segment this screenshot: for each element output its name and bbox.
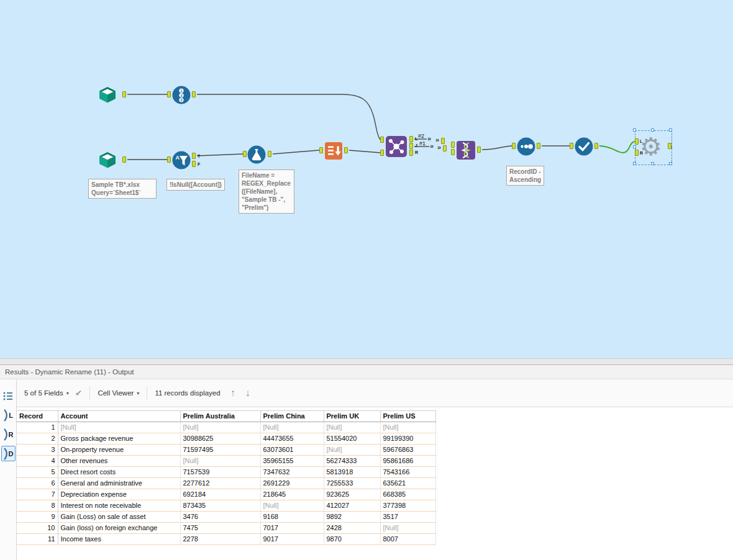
data-cell[interactable]: 9870 (324, 534, 380, 545)
macro-output-tool[interactable]: ⚙ (640, 133, 662, 160)
data-cell[interactable]: 9892 (324, 512, 380, 523)
scroll-down-button[interactable]: ↓ (245, 387, 250, 399)
recordid-input-anchor[interactable] (167, 91, 171, 97)
selection-handle[interactable] (651, 162, 654, 165)
join-left-output-anchor[interactable] (409, 136, 413, 142)
data-cell[interactable]: 668385 (380, 489, 435, 500)
data-cell[interactable]: [Null] (260, 500, 324, 512)
unique-input-anchor[interactable] (570, 143, 573, 149)
data-cell[interactable]: On-property revenue (58, 445, 180, 456)
anchor-button-right-input[interactable]: R (1, 427, 16, 442)
data-cell[interactable]: Depreciation expense (58, 489, 180, 500)
record-cell[interactable]: 3 (17, 445, 58, 456)
join-join-output-anchor[interactable] (409, 143, 413, 149)
data-cell[interactable]: 7017 (260, 523, 324, 534)
column-header[interactable]: Record (17, 411, 58, 422)
data-cell[interactable]: 218645 (260, 489, 324, 500)
column-header[interactable]: Prelim China (260, 411, 324, 422)
data-cell[interactable]: [Null] (380, 523, 435, 534)
join-tool[interactable] (385, 135, 407, 160)
scroll-up-button[interactable]: ↑ (230, 387, 235, 399)
record-cell[interactable]: 2 (17, 433, 58, 445)
wireless-input-anchor-2[interactable] (443, 145, 447, 151)
filter-input-anchor[interactable] (167, 156, 171, 163)
selection-handle[interactable] (633, 129, 636, 132)
selection-handle[interactable] (669, 162, 672, 165)
filter-false-anchor[interactable] (192, 161, 196, 167)
data-cell[interactable]: 635621 (380, 478, 435, 489)
formula-input-anchor[interactable] (243, 151, 247, 157)
data-cell[interactable]: Gain (loss) on foreign exchange (58, 523, 180, 534)
recordid-output-anchor[interactable] (192, 91, 196, 97)
data-cell[interactable]: 412027 (324, 500, 380, 512)
filter-true-anchor[interactable] (192, 153, 196, 159)
data-cell[interactable]: 923625 (324, 489, 380, 500)
connection-wire-5[interactable] (273, 150, 319, 154)
data-cell[interactable]: 7347632 (260, 467, 324, 478)
data-cell[interactable]: Income taxes (58, 534, 180, 545)
input-data-tool-1[interactable] (98, 85, 117, 107)
anchor-button-left-input[interactable]: L (1, 407, 16, 423)
data-cell[interactable]: 873435 (180, 500, 260, 512)
data-cell[interactable]: Other revenues (58, 456, 180, 467)
data-cell[interactable]: 63073601 (260, 445, 324, 456)
connection-wire-selected[interactable] (599, 142, 635, 153)
column-header[interactable]: Prelim UK (324, 411, 380, 422)
record-cell[interactable]: 8 (17, 500, 58, 512)
connection-wire-6[interactable] (349, 150, 380, 153)
data-cell[interactable]: 56274333 (324, 456, 380, 467)
data-cell[interactable]: 30988625 (180, 433, 260, 445)
column-header[interactable]: Prelim US (380, 411, 435, 422)
data-cell[interactable]: [Null] (260, 422, 324, 433)
selection-handle[interactable] (651, 129, 654, 132)
formula-annotation[interactable]: FileName = REGEX_Replace ([FileName], "S… (239, 169, 294, 214)
input-annotation[interactable]: Sample TB*.xlsx Query=`Sheet1$` (88, 179, 157, 199)
data-cell[interactable]: [Null] (180, 456, 260, 467)
data-cell[interactable]: 35965155 (260, 456, 324, 467)
input2-output-anchor[interactable] (122, 156, 126, 163)
record-id-tool[interactable]: 1 2 3 (172, 86, 191, 107)
wireless-input-anchor-1[interactable] (441, 138, 445, 144)
panel-splitter[interactable] (0, 358, 733, 364)
column-header[interactable]: Account (58, 411, 180, 422)
formula-output-anchor[interactable] (268, 151, 271, 157)
data-cell[interactable]: 2428 (324, 523, 380, 534)
data-cell[interactable]: 99199390 (380, 433, 435, 445)
record-cell[interactable]: 4 (17, 456, 58, 467)
unique-output-anchor[interactable] (594, 143, 598, 149)
connection-wire-4[interactable] (197, 154, 243, 156)
record-cell[interactable]: 5 (17, 467, 58, 478)
cell-viewer-dropdown[interactable]: Cell Viewer ▾ (98, 389, 139, 397)
data-cell[interactable]: Direct resort costs (58, 467, 180, 478)
data-cell[interactable]: 95861686 (380, 456, 435, 467)
sort-input-anchor[interactable] (512, 143, 516, 149)
data-cell[interactable]: [Null] (380, 422, 435, 433)
data-cell[interactable]: General and administrative (58, 478, 180, 489)
data-cell[interactable]: 3476 (180, 512, 260, 523)
transpose-output-anchor[interactable] (344, 147, 348, 153)
dynrename-output-anchor[interactable] (477, 147, 481, 153)
anchor-button-output[interactable]: D (1, 446, 16, 461)
selection-handle[interactable] (633, 145, 636, 148)
join-right-output-anchor[interactable] (409, 150, 413, 156)
connection-wire-2[interactable] (197, 94, 380, 140)
selection-handle[interactable] (669, 129, 672, 132)
data-cell[interactable]: 7543166 (380, 467, 435, 478)
data-cell[interactable]: [Null] (324, 445, 380, 456)
formula-tool[interactable] (247, 145, 266, 166)
record-cell[interactable]: 6 (17, 478, 58, 489)
filter-tool[interactable]: A (172, 151, 191, 172)
unique-tool[interactable] (575, 137, 593, 158)
data-cell[interactable]: [Null] (180, 422, 260, 433)
filter-annotation[interactable]: !IsNull([Account]) (166, 179, 225, 191)
data-cell[interactable]: Gross package revenue (58, 433, 180, 445)
macro-right-input-anchor[interactable] (635, 150, 639, 156)
data-cell[interactable]: 71597495 (180, 445, 260, 456)
metadata-toggle-button[interactable] (1, 388, 16, 404)
sort-tool[interactable] (517, 137, 535, 158)
data-cell[interactable]: 3517 (380, 512, 435, 523)
data-cell[interactable]: 8007 (380, 534, 435, 545)
record-cell[interactable]: 11 (17, 534, 58, 545)
fields-dropdown[interactable]: 5 of 5 Fields ▾ (24, 389, 69, 397)
data-cell[interactable]: Interest on note receivable (58, 500, 180, 512)
